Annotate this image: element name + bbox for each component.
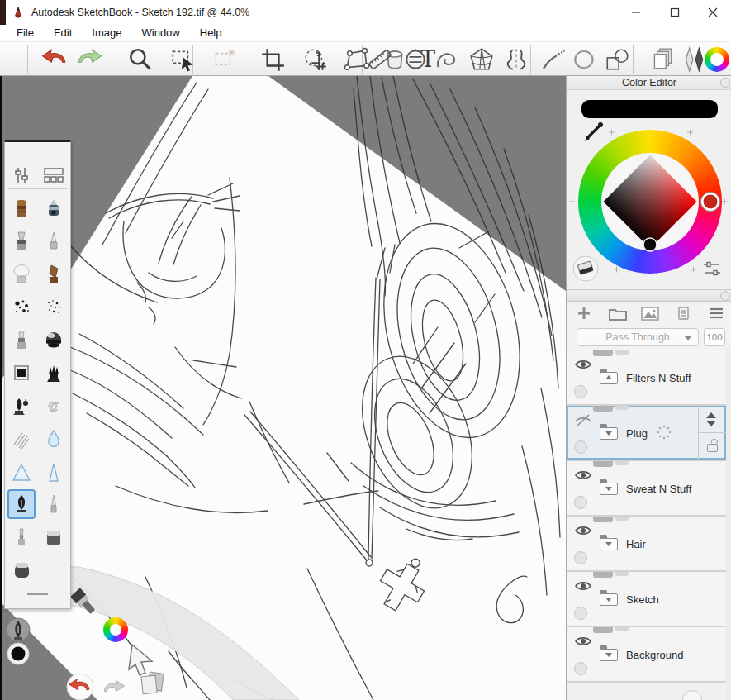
current-tool-nib-button[interactable]	[7, 618, 30, 641]
lagoon-undo[interactable]	[67, 674, 93, 700]
steady-stroke-tool[interactable]	[431, 45, 463, 74]
brush-smudge[interactable]	[40, 392, 68, 421]
value-marker[interactable]	[643, 238, 657, 251]
visibility-on-icon[interactable]	[575, 580, 591, 595]
layer-tab	[615, 627, 629, 631]
layer-row[interactable]: Hair	[567, 517, 726, 572]
menu-item[interactable]: Edit	[44, 25, 82, 41]
menu-item[interactable]: Help	[190, 25, 232, 41]
brush-hard-eraser[interactable]	[40, 522, 68, 552]
layer-editor-toggle[interactable]	[647, 45, 678, 74]
brush-ballpoint[interactable]	[7, 522, 36, 552]
layer-row[interactable]: Background	[567, 627, 726, 683]
layer-group-folder-icon[interactable]	[600, 427, 618, 440]
layer-color-tag[interactable]	[574, 551, 587, 564]
close-button[interactable]	[694, 0, 731, 25]
layer-color-tag[interactable]	[574, 662, 587, 675]
swatch-puck-toggle[interactable]	[573, 256, 598, 281]
undo-button[interactable]	[39, 45, 70, 74]
layer-group-folder-icon[interactable]	[600, 593, 618, 606]
brush-fine-splatter[interactable]	[40, 293, 68, 322]
canvas[interactable]	[0, 76, 566, 700]
layer-color-tag[interactable]	[574, 385, 587, 398]
duplicate-layer-button[interactable]	[673, 303, 695, 323]
brush-flat-paintbrush[interactable]	[7, 193, 36, 223]
brush-stub[interactable]	[40, 260, 68, 289]
palette-resize-handle[interactable]	[27, 593, 48, 595]
brush-square-charcoal[interactable]	[7, 359, 36, 388]
brush-wide-glow[interactable]	[7, 458, 36, 488]
layer-color-tag[interactable]	[574, 496, 587, 509]
menu-item[interactable]: Image	[82, 25, 131, 41]
predictive-stroke-tool[interactable]	[538, 45, 569, 74]
blend-mode-dropdown[interactable]: Pass Through	[577, 328, 699, 346]
menu-item[interactable]: Window	[132, 25, 190, 41]
title-bar[interactable]: Autodesk SketchBook - Sketch 192.tif @ 4…	[0, 0, 731, 25]
select-tool[interactable]	[168, 45, 199, 74]
color-editor-toggle[interactable]	[701, 45, 731, 74]
brush-needle-nib[interactable]	[40, 489, 68, 519]
layers-collapse-button[interactable]	[720, 291, 730, 301]
visibility-off-icon[interactable]	[575, 414, 591, 431]
brush-sets-button[interactable]	[40, 160, 68, 190]
redo-button[interactable]	[74, 45, 105, 74]
ellipse-guide-tool[interactable]	[568, 45, 600, 74]
layer-group-folder-icon[interactable]	[600, 483, 618, 495]
visibility-on-icon[interactable]	[575, 359, 591, 374]
layers-panel-header[interactable]	[567, 289, 731, 302]
perspective-tool[interactable]	[466, 45, 497, 74]
visibility-on-icon[interactable]	[575, 636, 591, 650]
add-layer-button[interactable]	[573, 303, 595, 323]
layer-group-folder-icon[interactable]	[600, 372, 618, 384]
layers-menu-button[interactable]	[705, 303, 727, 323]
brush-chisel-marker[interactable]	[7, 226, 36, 256]
zoom-tool[interactable]	[126, 45, 154, 74]
brush-flat-ink[interactable]	[40, 359, 68, 388]
unlock-icon[interactable]	[707, 444, 718, 452]
maximize-button[interactable]	[656, 0, 694, 25]
transform-tool[interactable]	[300, 45, 331, 74]
current-color-dot-button[interactable]	[7, 643, 29, 664]
brush-airbrush[interactable]	[40, 193, 68, 223]
layer-color-tag[interactable]	[574, 440, 587, 454]
deselect-tool[interactable]	[210, 45, 241, 74]
layer-opacity-field[interactable]: 100	[704, 328, 725, 346]
shapes-tool[interactable]	[601, 45, 633, 74]
brush-splatter[interactable]	[7, 293, 36, 322]
brush-narrow-glow[interactable]	[40, 458, 68, 488]
brush-soft-eraser[interactable]	[7, 555, 36, 585]
visibility-on-icon[interactable]	[575, 525, 591, 540]
layer-reorder-handle[interactable]	[706, 412, 716, 426]
add-image-button[interactable]	[639, 303, 661, 323]
sliders-toggle[interactable]	[704, 263, 720, 275]
mirror-y-tool[interactable]	[400, 45, 431, 74]
brush-watercolor-drop[interactable]	[40, 425, 68, 455]
new-group-button[interactable]	[607, 303, 629, 323]
layer-group-folder-icon[interactable]	[600, 649, 618, 661]
brush-ink-pen[interactable]	[7, 392, 36, 421]
layer-group-folder-icon[interactable]	[600, 538, 618, 550]
tool-settings-button[interactable]	[7, 160, 36, 190]
menu-item[interactable]: File	[7, 25, 44, 41]
layer-tab	[593, 517, 613, 522]
brush-pencil-hatch[interactable]	[7, 425, 36, 455]
layer-row[interactable]: Plug	[567, 406, 726, 461]
brush-felt-marker[interactable]	[7, 326, 36, 355]
layer-row[interactable]: Filters N Stuff	[567, 350, 726, 406]
ruler-tool[interactable]	[364, 45, 396, 74]
brush-ball-smudge[interactable]	[40, 326, 68, 355]
crop-tool[interactable]	[257, 45, 288, 74]
hue-marker[interactable]	[702, 193, 719, 210]
layer-row[interactable]: Sweat N Stuff	[567, 461, 726, 517]
layer-row[interactable]: Sketch	[567, 572, 726, 627]
brush-soft-round[interactable]	[7, 260, 36, 289]
brush-ink-nib-selected[interactable]	[7, 489, 36, 519]
visibility-on-icon[interactable]	[575, 469, 591, 484]
minimize-button[interactable]	[617, 0, 655, 25]
lagoon-color-puck[interactable]	[103, 617, 128, 642]
mirror-x-tool[interactable]	[501, 45, 532, 74]
eyedropper-icon[interactable]	[585, 122, 603, 141]
brush-technical-pen[interactable]	[40, 226, 68, 256]
loading-spinner	[656, 424, 672, 444]
layer-color-tag[interactable]	[574, 607, 587, 620]
